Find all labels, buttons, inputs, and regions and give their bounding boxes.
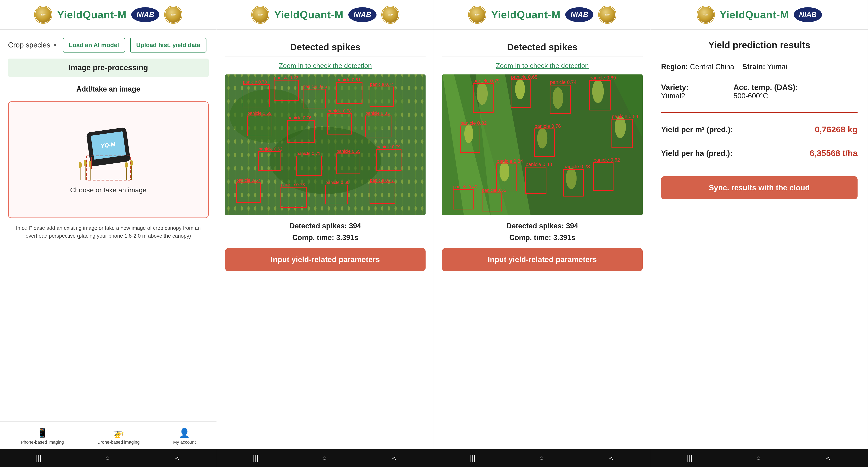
- nav-drone-imaging[interactable]: 🚁 Drone-based imaging: [97, 428, 140, 445]
- sys-home-btn-2[interactable]: ○: [322, 454, 327, 462]
- screen4: 农业部 YieldQuant-M NIAB Yield prediction r…: [651, 0, 868, 467]
- svg-text:panicle 0.79: panicle 0.79: [473, 78, 499, 84]
- wheat-field-svg-2: panicle 0.78 panicle 0.72 panicle 0.65 p…: [225, 75, 426, 215]
- load-ai-model-button[interactable]: Load an AI model: [63, 38, 125, 53]
- system-nav-2: ||| ○ ＜: [217, 449, 434, 467]
- svg-text:panicle 0.65: panicle 0.65: [303, 84, 327, 89]
- header-4: 农业部 YieldQuant-M NIAB: [651, 0, 868, 30]
- svg-point-62: [476, 83, 488, 105]
- acc-temp-col: Acc. temp. (DAS): 500-600°C: [734, 83, 798, 100]
- sys-home-btn-3[interactable]: ○: [539, 454, 544, 462]
- spikes-label-2: Detected spikes:: [289, 222, 347, 230]
- nav-drone-label: Drone-based imaging: [97, 440, 140, 445]
- nav-phone-imaging[interactable]: 📱 Phone-based imaging: [21, 428, 64, 445]
- svg-point-10: [125, 162, 128, 168]
- zoom-link-3[interactable]: Zoom in to check the detection: [442, 62, 643, 69]
- comp-label-3: Comp. time:: [509, 233, 551, 242]
- acc-temp-value: 500-600°C: [734, 92, 798, 100]
- crop-species-label: Crop species: [8, 41, 50, 49]
- niab-badge-2: NIAB: [348, 7, 376, 22]
- nav-account-label: My account: [173, 440, 196, 445]
- spikes-value-3: 394: [566, 222, 578, 230]
- sys-back-btn-2[interactable]: ＜: [391, 453, 398, 463]
- svg-point-67: [537, 128, 547, 148]
- info-text: Info.: Please add an existing image or t…: [8, 224, 209, 240]
- svg-text:panicle 0.73: panicle 0.73: [281, 182, 305, 187]
- comp-value-3: 3.391s: [553, 233, 575, 242]
- screen2: 农业部 YieldQuant-M NIAB 农业部 Detected spike…: [217, 0, 434, 467]
- screen2-content: Detected spikes Zoom in to check the det…: [217, 30, 434, 449]
- logo-inner-2: 农业部: [252, 7, 268, 23]
- logo2-3: 农业部: [598, 6, 616, 24]
- acc-temp-label: Acc. temp. (DAS):: [734, 83, 798, 92]
- logo-inner-4: 农业部: [698, 7, 714, 23]
- sys-home-btn[interactable]: ○: [105, 454, 110, 462]
- svg-text:panicle 0.72: panicle 0.72: [274, 75, 298, 80]
- svg-text:panicle 0.40: panicle 0.40: [453, 184, 477, 189]
- sys-back-btn[interactable]: ＜: [174, 453, 181, 463]
- app-title-4: YieldQuant-M: [720, 9, 789, 21]
- svg-text:panicle 0.74: panicle 0.74: [370, 82, 394, 87]
- svg-text:panicle 0.58: panicle 0.58: [328, 109, 351, 114]
- svg-text:panicle 0.71: panicle 0.71: [296, 151, 320, 156]
- detection-image-3: panicle 0.79 panicle 0.65 panicle 0.74 p…: [442, 75, 643, 215]
- app-title-1: YieldQuant-M: [57, 9, 126, 21]
- add-take-image-header: Add/take an image: [8, 83, 209, 95]
- svg-text:panicle 0.81: panicle 0.81: [337, 77, 361, 82]
- svg-text:panicle 0.76: panicle 0.76: [287, 115, 312, 120]
- input-yield-params-btn-3[interactable]: Input yield-related parameters: [442, 248, 643, 271]
- spikes-value-2: 394: [349, 222, 361, 230]
- yield-ha-row: Yield per ha (pred.): 6,35568 t/ha: [661, 144, 858, 162]
- comp-value-2: 3.391s: [336, 233, 358, 242]
- sys-back-btn-4[interactable]: ＜: [825, 453, 832, 463]
- choose-image-label: Choose or take an image: [70, 186, 147, 194]
- detected-spikes-title-2: Detected spikes: [225, 38, 426, 57]
- svg-point-63: [515, 79, 525, 99]
- screen1: 农业部 YieldQuant-M NIAB 农业部 Crop species ▼…: [0, 0, 217, 467]
- svg-text:panicle 0.28: panicle 0.28: [563, 164, 590, 169]
- zoom-link-2[interactable]: Zoom in to check the detection: [225, 62, 426, 69]
- dropdown-arrow-icon: ▼: [52, 42, 58, 48]
- toolbar: Crop species ▼ Load an AI model Upload h…: [8, 38, 209, 53]
- logo2-1: 农业部: [164, 6, 182, 24]
- nav-my-account[interactable]: 👤 My account: [173, 428, 196, 445]
- input-yield-params-btn-2[interactable]: Input yield-related parameters: [225, 248, 426, 271]
- svg-text:panicle 0.34: panicle 0.34: [497, 158, 523, 164]
- region-label: Region:: [661, 63, 688, 71]
- niab-badge-3: NIAB: [565, 7, 593, 22]
- sys-menu-btn-4[interactable]: |||: [687, 454, 692, 462]
- header-2: 农业部 YieldQuant-M NIAB 农业部: [217, 0, 434, 30]
- logo-inner-1: 农业部: [35, 7, 51, 23]
- sys-menu-btn-3[interactable]: |||: [470, 454, 475, 462]
- logo-4: 农业部: [697, 6, 715, 24]
- sys-back-btn-3[interactable]: ＜: [608, 453, 615, 463]
- sync-results-btn[interactable]: Sync. results with the cloud: [661, 176, 858, 199]
- logo-inner2-2: 农业部: [382, 7, 398, 23]
- variety-value: Yumai2: [661, 92, 721, 100]
- system-nav-1: ||| ○ ＜: [0, 449, 217, 467]
- screen1-content: Crop species ▼ Load an AI model Upload h…: [0, 30, 217, 421]
- bottom-nav-1: 📱 Phone-based imaging 🚁 Drone-based imag…: [0, 421, 217, 449]
- system-nav-4: ||| ○ ＜: [651, 449, 868, 467]
- svg-point-69: [499, 162, 509, 181]
- sys-menu-btn[interactable]: |||: [36, 454, 41, 462]
- svg-point-4: [79, 162, 82, 168]
- logo-2: 农业部: [251, 6, 269, 24]
- region-strain-row: Region: Central China Strain: Yumai: [661, 61, 858, 73]
- wheat-field-svg-3: panicle 0.79 panicle 0.65 panicle 0.74 p…: [442, 75, 643, 215]
- svg-text:panicle 0.56: panicle 0.56: [482, 188, 506, 193]
- detection-stats-3: Detected spikes: 394 Comp. time: 3.391s: [442, 220, 643, 243]
- svg-text:panicle 0.82: panicle 0.82: [460, 120, 487, 126]
- svg-text:panicle 0.76: panicle 0.76: [534, 123, 561, 129]
- sys-home-btn-4[interactable]: ○: [756, 454, 761, 462]
- svg-text:panicle 0.77: panicle 0.77: [370, 178, 394, 183]
- header-1: 农业部 YieldQuant-M NIAB 农业部: [0, 0, 217, 30]
- crop-species-dropdown[interactable]: Crop species ▼: [8, 41, 58, 49]
- upload-hist-button[interactable]: Upload hist. yield data: [130, 38, 207, 53]
- logo-inner-3: 农业部: [469, 7, 485, 23]
- detection-stats-2: Detected spikes: 394 Comp. time: 3.391s: [225, 220, 426, 243]
- phone-image-container[interactable]: YQ-M Choose or take an image: [8, 101, 209, 218]
- sys-menu-btn-2[interactable]: |||: [253, 454, 258, 462]
- results-content: Yield prediction results Region: Central…: [651, 30, 868, 449]
- app-title-2: YieldQuant-M: [274, 9, 344, 21]
